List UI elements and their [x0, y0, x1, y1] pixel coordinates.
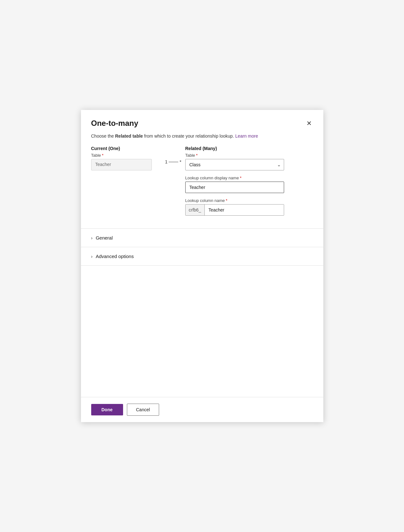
connector-dash-line [169, 162, 178, 162]
lookup-display-field: Lookup column display name* [185, 176, 313, 193]
lookup-display-required: * [240, 176, 241, 180]
connector-line: 1 * [165, 159, 181, 164]
related-table-field: Table* Class ⌄ [185, 153, 313, 170]
current-column-heading: Current (One) [91, 146, 161, 151]
description-text-after: from which to create your relationship l… [143, 133, 234, 139]
lookup-name-label: Lookup column name* [185, 198, 313, 203]
description-bold: Related table [115, 133, 143, 139]
lookup-name-container: crfb6_ [185, 204, 284, 216]
lookup-name-prefix: crfb6_ [186, 205, 205, 215]
current-table-field: Table* Teacher [91, 153, 161, 170]
close-button[interactable]: ✕ [305, 119, 313, 128]
dialog-description: Choose the Related table from which to c… [81, 133, 323, 146]
current-table-required: * [102, 153, 104, 158]
general-chevron-icon: › [91, 235, 93, 241]
connector-one: 1 [165, 159, 168, 164]
cancel-button[interactable]: Cancel [127, 404, 159, 416]
description-text-before: Choose the [91, 133, 115, 139]
one-to-many-dialog: One-to-many ✕ Choose the Related table f… [81, 110, 323, 422]
current-table-label: Table* [91, 153, 161, 158]
related-column-heading: Related (Many) [185, 146, 313, 151]
dialog-header: One-to-many ✕ [81, 110, 323, 133]
connector: 1 * [161, 146, 185, 164]
divider-3 [81, 265, 323, 266]
related-table-select[interactable]: Class [185, 159, 284, 170]
general-section-title: General [96, 235, 113, 241]
advanced-section-title: Advanced options [96, 254, 134, 259]
main-section: Current (One) Table* Teacher 1 * Rela [81, 146, 323, 228]
lookup-name-input[interactable] [205, 205, 284, 215]
lookup-display-input[interactable] [185, 182, 284, 193]
general-section-header[interactable]: › General [91, 229, 313, 247]
lookup-name-required: * [226, 198, 227, 203]
done-button[interactable]: Done [91, 404, 123, 415]
general-section: › General [81, 229, 323, 247]
advanced-section-header[interactable]: › Advanced options [91, 247, 313, 265]
learn-more-link[interactable]: Learn more [235, 133, 258, 139]
columns-row: Current (One) Table* Teacher 1 * Rela [91, 146, 313, 221]
related-column: Related (Many) Table* Class ⌄ [185, 146, 313, 221]
related-table-required: * [196, 153, 198, 158]
advanced-chevron-icon: › [91, 254, 93, 259]
advanced-section: › Advanced options [81, 247, 323, 265]
lookup-display-label: Lookup column display name* [185, 176, 313, 180]
related-table-label: Table* [185, 153, 313, 158]
dialog-footer: Done Cancel [81, 397, 323, 422]
dialog-title: One-to-many [91, 119, 138, 128]
current-table-value: Teacher [91, 159, 152, 170]
lookup-name-field: Lookup column name* crfb6_ [185, 198, 313, 216]
related-table-dropdown[interactable]: Class ⌄ [185, 159, 284, 170]
current-column: Current (One) Table* Teacher [91, 146, 161, 176]
connector-many: * [180, 159, 181, 164]
